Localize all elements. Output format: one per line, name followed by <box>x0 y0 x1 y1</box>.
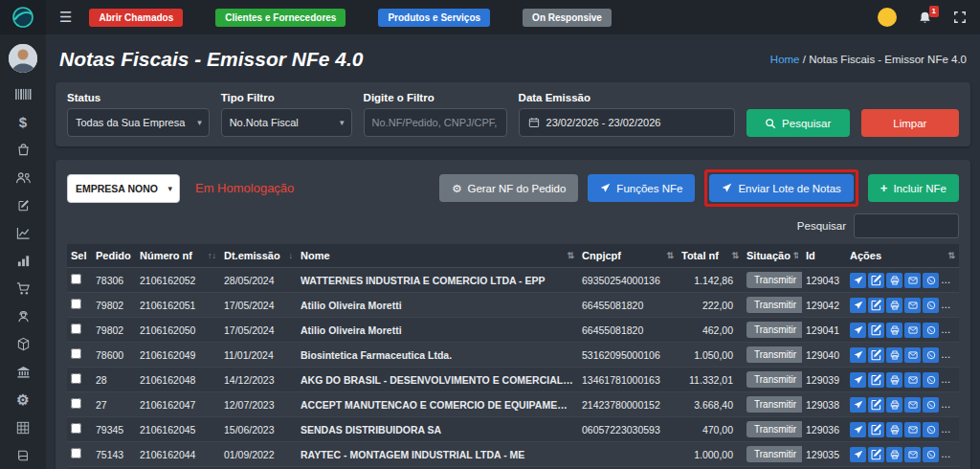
sidebar-item-grid[interactable] <box>0 413 46 441</box>
fullscreen-button[interactable] <box>953 11 967 24</box>
whatsapp-action-button[interactable] <box>923 447 939 462</box>
edit-action-button[interactable] <box>868 273 884 288</box>
situacao-button[interactable]: Transmitir <box>746 371 802 388</box>
send-action-button[interactable] <box>850 372 866 388</box>
send-action-button[interactable] <box>850 397 866 413</box>
print-action-button[interactable] <box>886 397 902 413</box>
col-numero-nf[interactable]: Número nf↑↓ <box>136 244 220 268</box>
tipo-filtro-select[interactable]: No.Nota Fiscal <box>221 108 352 137</box>
avatar[interactable] <box>9 44 37 73</box>
gerar-nf-button[interactable]: ⚙ Gerar NF do Pedido <box>439 174 578 202</box>
row-select-checkbox[interactable] <box>71 448 81 458</box>
row-select-checkbox[interactable] <box>71 348 81 359</box>
sort-icon[interactable]: ⇅ <box>947 251 955 260</box>
sidebar-item-support[interactable] <box>0 302 46 330</box>
email-action-button[interactable] <box>904 447 921 462</box>
filtro-input[interactable] <box>364 108 507 137</box>
whatsapp-action-button[interactable] <box>923 273 939 288</box>
sort-icon[interactable]: ⇅ <box>567 251 574 260</box>
col-nome[interactable]: Nome⇅ <box>297 244 578 268</box>
situacao-button[interactable]: Transmitir <box>746 446 802 462</box>
print-action-button[interactable] <box>886 347 902 363</box>
send-action-button[interactable] <box>850 347 866 363</box>
situacao-button[interactable]: Transmitir <box>746 346 802 363</box>
sidebar-item-cube[interactable] <box>0 330 46 358</box>
theme-toggle[interactable] <box>878 8 897 27</box>
col-cnpjcpf[interactable]: Cnpjcpf⇅ <box>578 244 678 268</box>
situacao-button[interactable]: Transmitir <box>746 396 802 413</box>
edit-action-button[interactable] <box>868 447 884 462</box>
whatsapp-action-button[interactable] <box>923 298 939 313</box>
sort-icon[interactable]: ↑↓ <box>208 251 216 260</box>
sort-icon[interactable]: ⇅ <box>731 251 739 260</box>
col-dt-emissao[interactable]: Dt.emissão↓ <box>220 244 297 268</box>
sidebar-item-gears[interactable]: ⚙ <box>0 386 46 413</box>
breadcrumb-home-link[interactable]: Home <box>770 54 800 65</box>
send-action-button[interactable] <box>850 323 866 338</box>
email-action-button[interactable] <box>904 273 921 288</box>
situacao-button[interactable]: Transmitir <box>746 297 802 313</box>
empresa-select[interactable]: EMPRESA NONO <box>67 174 180 203</box>
data-emissao-input[interactable]: 23/02/2026 - 23/02/2026 <box>519 108 735 137</box>
sidebar-item-edit[interactable] <box>0 191 46 219</box>
email-action-button[interactable] <box>904 372 921 388</box>
sidebar-item-chart-line[interactable] <box>0 219 46 247</box>
print-action-button[interactable] <box>886 323 902 338</box>
sort-icon[interactable]: ⇅ <box>793 251 798 260</box>
edit-action-button[interactable] <box>868 372 884 388</box>
limpar-button[interactable]: Limpar <box>861 109 959 137</box>
row-select-checkbox[interactable] <box>71 398 81 409</box>
incluir-nfe-button[interactable]: + Incluir NFe <box>868 174 959 202</box>
print-action-button[interactable] <box>886 372 902 388</box>
email-action-button[interactable] <box>904 347 921 363</box>
abrir-chamados-button[interactable]: Abrir Chamados <box>89 9 183 27</box>
send-action-button[interactable] <box>850 273 866 288</box>
whatsapp-action-button[interactable] <box>923 372 939 388</box>
email-action-button[interactable] <box>904 323 921 338</box>
email-action-button[interactable] <box>904 397 921 413</box>
whatsapp-action-button[interactable] <box>923 347 939 363</box>
col-total-nf[interactable]: Total nf⇅ <box>678 244 743 268</box>
situacao-button[interactable]: Transmitir <box>746 421 802 437</box>
notifications-button[interactable]: 1 <box>918 11 932 25</box>
row-select-checkbox[interactable] <box>71 324 81 334</box>
sidebar-item-barcode[interactable] <box>0 80 46 108</box>
edit-action-button[interactable] <box>868 298 884 313</box>
pesquisar-button[interactable]: Pesquisar <box>746 109 850 137</box>
row-select-checkbox[interactable] <box>71 274 81 284</box>
app-logo[interactable] <box>0 0 46 34</box>
situacao-button[interactable]: Transmitir <box>746 272 802 288</box>
whatsapp-action-button[interactable] <box>923 397 939 413</box>
col-pedido[interactable]: Pedido <box>92 244 136 268</box>
print-action-button[interactable] <box>886 298 902 313</box>
send-action-button[interactable] <box>850 422 866 437</box>
menu-toggle-button[interactable]: ☰ <box>59 9 72 26</box>
sidebar-item-chart-bar[interactable] <box>0 247 46 275</box>
col-situacao[interactable]: Situação⇅ <box>743 244 802 268</box>
edit-action-button[interactable] <box>868 397 884 413</box>
send-action-button[interactable] <box>850 447 866 462</box>
col-sel[interactable]: Sel <box>67 244 92 268</box>
sidebar-item-users[interactable] <box>0 164 46 191</box>
sort-icon[interactable]: ⇅ <box>666 251 674 260</box>
enviar-lote-button[interactable]: Enviar Lote de Notas <box>709 174 853 202</box>
table-search-input[interactable] <box>854 213 959 238</box>
row-select-checkbox[interactable] <box>71 299 81 309</box>
sidebar-item-bank[interactable] <box>0 358 46 386</box>
sidebar-item-shopping-bag[interactable] <box>0 136 46 164</box>
produtos-servicos-button[interactable]: Produtos e Serviços <box>378 9 490 27</box>
whatsapp-action-button[interactable] <box>923 422 939 437</box>
edit-action-button[interactable] <box>868 347 884 363</box>
sort-icon[interactable]: ↓ <box>289 251 294 260</box>
print-action-button[interactable] <box>886 447 902 462</box>
print-action-button[interactable] <box>886 422 902 437</box>
sidebar-item-dollar[interactable]: $ <box>0 108 46 136</box>
email-action-button[interactable] <box>904 422 921 437</box>
funcoes-nfe-button[interactable]: Funções NFe <box>588 174 695 202</box>
col-acoes[interactable]: Ações⇅ <box>846 244 959 268</box>
col-id[interactable]: Id <box>802 244 846 268</box>
status-select[interactable]: Todas da Sua Empresa <box>67 108 210 137</box>
send-action-button[interactable] <box>850 298 866 313</box>
on-responsive-button[interactable]: On Responsive <box>523 9 612 27</box>
situacao-button[interactable]: Transmitir <box>746 322 802 338</box>
